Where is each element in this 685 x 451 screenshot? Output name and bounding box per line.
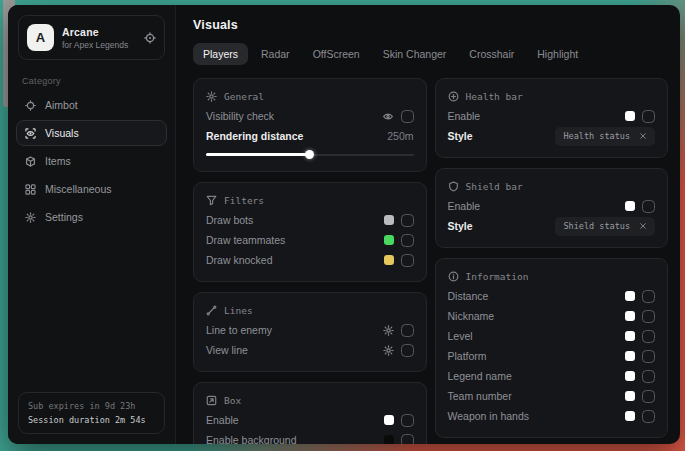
eye-scan-icon [25,128,36,139]
tab-skin-changer[interactable]: Skin Changer [373,43,457,65]
color-swatch[interactable] [625,111,635,121]
main-content: Visuals PlayersRadarOffScreenSkin Change… [176,5,680,444]
tab-offscreen[interactable]: OffScreen [303,43,370,65]
gear-icon[interactable] [383,325,394,336]
category-label: Category [22,76,161,86]
tab-highlight[interactable]: Highlight [527,43,588,65]
eye-icon[interactable] [382,111,394,122]
setting-row-draw-teammates: Draw teammates [206,230,414,250]
color-swatch[interactable] [625,201,635,211]
style-select[interactable]: Shield status [555,217,655,236]
checkbox[interactable] [401,110,414,123]
setting-label: Visibility check [206,110,274,122]
checkbox[interactable] [401,254,414,267]
subscription-card: Sub expires in 9d 23h Session duration 2… [18,392,165,434]
setting-label: Team number [448,390,512,402]
checkbox[interactable] [642,350,655,363]
target-icon[interactable] [144,32,156,44]
checkbox[interactable] [401,214,414,227]
panel-title: Information [466,271,529,282]
checkbox[interactable] [642,410,655,423]
color-swatch[interactable] [625,411,635,421]
sidebar-item-visuals[interactable]: Visuals [16,120,167,146]
checkbox[interactable] [642,390,655,403]
style-select[interactable]: Health status [555,127,655,146]
checkbox[interactable] [401,344,414,357]
setting-label: View line [206,344,248,356]
setting-label: Draw bots [206,214,253,226]
setting-row-enable: Enable [448,106,656,126]
setting-label: Line to enemy [206,324,272,336]
panel-title: General [224,91,264,102]
sidebar-item-label: Miscellaneous [45,183,112,195]
shield-icon [448,181,459,192]
sidebar-item-miscellaneous[interactable]: Miscellaneous [16,176,167,202]
row-controls [625,200,655,213]
gear-icon[interactable] [383,345,394,356]
checkbox[interactable] [642,290,655,303]
color-swatch[interactable] [625,311,635,321]
color-swatch[interactable] [625,351,635,361]
color-swatch[interactable] [625,291,635,301]
remove-tag-icon[interactable] [639,132,647,140]
setting-row-enable: Enable [206,410,414,430]
[object Object]-slider[interactable] [206,149,414,160]
setting-row-draw-bots: Draw bots [206,210,414,230]
panel-columns: GeneralVisibility checkRendering distanc… [193,78,668,444]
setting-row-style: StyleHealth status [448,126,656,146]
app-window: A Arcane for Apex Legends Category Aimbo… [8,5,680,444]
setting-label: Nickname [448,310,495,322]
panel-general: GeneralVisibility checkRendering distanc… [193,78,427,172]
panel-title: Health bar [466,91,523,102]
sidebar-item-settings[interactable]: Settings [16,204,167,230]
checkbox[interactable] [642,330,655,343]
row-controls: 250m [387,130,413,142]
checkbox[interactable] [642,370,655,383]
color-swatch[interactable] [384,255,394,265]
tab-bar: PlayersRadarOffScreenSkin ChangerCrossha… [193,43,668,65]
health-icon [448,91,459,102]
slider-handle[interactable] [305,150,314,159]
checkbox[interactable] [401,434,414,445]
sidebar-item-items[interactable]: Items [16,148,167,174]
checkbox[interactable] [642,310,655,323]
color-swatch[interactable] [384,435,394,444]
style-tag: Health status [563,131,630,141]
checkbox[interactable] [401,414,414,427]
color-swatch[interactable] [384,215,394,225]
setting-label: Enable [206,414,239,426]
tab-radar[interactable]: Radar [251,43,300,65]
checkbox[interactable] [401,234,414,247]
checkbox[interactable] [642,110,655,123]
left-column: GeneralVisibility checkRendering distanc… [193,78,427,444]
app-logo: A [27,24,54,51]
tab-players[interactable]: Players [193,43,248,65]
color-swatch[interactable] [384,415,394,425]
checkbox[interactable] [401,324,414,337]
checkbox[interactable] [642,200,655,213]
setting-row-nickname: Nickname [448,306,656,326]
panel-header-general: General [206,88,414,104]
panel-title: Lines [224,305,253,316]
row-controls [625,370,655,383]
color-swatch[interactable] [384,235,394,245]
remove-tag-icon[interactable] [639,222,647,230]
panel-shield-bar: Shield barEnableStyleShield status [435,168,669,248]
color-swatch[interactable] [625,331,635,341]
setting-row-level: Level [448,326,656,346]
setting-value: 250m [387,130,413,142]
tab-crosshair[interactable]: Crosshair [459,43,524,65]
setting-row-weapon-in-hands: Weapon in hands [448,406,656,426]
setting-label: Rendering distance [206,130,303,142]
gear-icon [25,212,36,223]
panel-header-information: Information [448,268,656,284]
color-swatch[interactable] [625,391,635,401]
page-title: Visuals [193,18,668,32]
right-column: Health barEnableStyleHealth statusShield… [435,78,669,444]
setting-row-distance: Distance [448,286,656,306]
color-swatch[interactable] [625,371,635,381]
panel-header-lines: Lines [206,302,414,318]
line-diagonal-icon [206,305,217,316]
app-header-card: A Arcane for Apex Legends [18,15,165,60]
sidebar-item-aimbot[interactable]: Aimbot [16,92,167,118]
